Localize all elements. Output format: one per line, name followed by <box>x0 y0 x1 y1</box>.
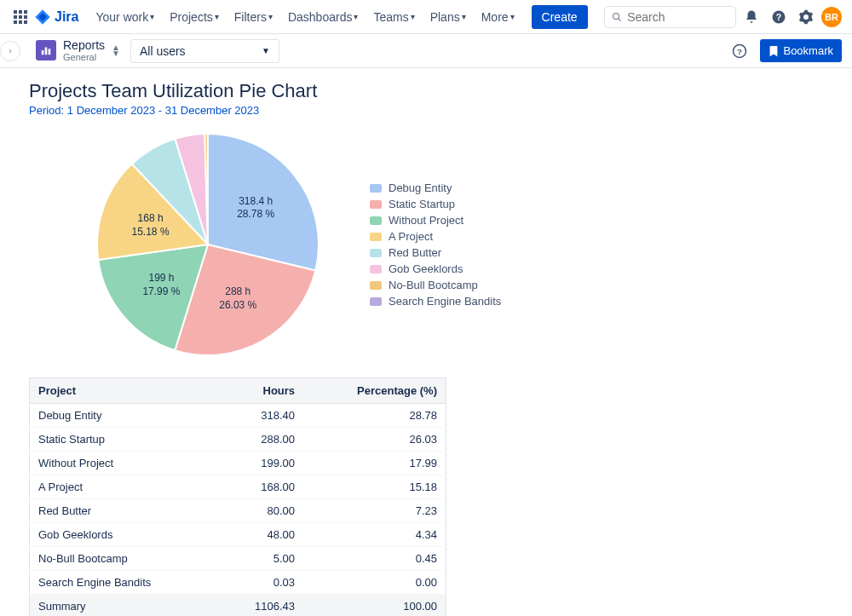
pie-chart: 318.4 h28.78 %288 h26.03 %199 h17.99 %16… <box>89 125 327 364</box>
svg-rect-6 <box>14 20 17 24</box>
app-switcher-icon[interactable] <box>10 7 31 27</box>
reports-icon <box>36 40 56 60</box>
cell-value: 4.34 <box>303 523 446 547</box>
legend-label: Red Butter <box>389 246 441 259</box>
svg-rect-8 <box>24 20 27 24</box>
nav-item-filters[interactable]: Filters ▾ <box>227 7 279 27</box>
svg-rect-2 <box>24 10 27 14</box>
cell-value: 26.03 <box>303 428 446 452</box>
user-filter-select[interactable]: All users ▼ <box>130 39 279 63</box>
cell-value: 0.45 <box>303 547 446 571</box>
svg-rect-15 <box>49 49 51 55</box>
avatar[interactable]: BR <box>821 7 842 27</box>
cell-project: No-Bull Bootcamp <box>30 547 221 571</box>
svg-text:?: ? <box>776 11 781 21</box>
cell-value: 100.00 <box>303 595 446 617</box>
legend-swatch <box>370 216 382 225</box>
cell-value: 7.23 <box>303 499 446 523</box>
secondary-bar: › Reports General ▲▼ All users ▼ ? Bookm… <box>0 34 852 68</box>
legend-item[interactable]: Without Project <box>370 214 501 227</box>
chart-legend: Debug EntityStatic StartupWithout Projec… <box>370 181 501 308</box>
notifications-icon[interactable] <box>740 5 763 29</box>
nav-item-dashboards[interactable]: Dashboards ▾ <box>281 7 366 27</box>
bookmark-label: Bookmark <box>783 44 833 57</box>
help-icon[interactable]: ? <box>767 5 791 29</box>
cell-value: 15.18 <box>303 475 446 499</box>
cell-project: Debug Entity <box>30 404 221 428</box>
nav-item-plans[interactable]: Plans ▾ <box>423 7 473 27</box>
sidebar-toggle[interactable]: › <box>0 41 20 61</box>
data-table: ProjectHoursPercentage (%) Debug Entity3… <box>29 377 446 616</box>
cell-project: Search Engine Bandits <box>30 571 221 595</box>
search-box[interactable] <box>604 6 736 28</box>
legend-swatch <box>370 265 382 273</box>
jira-logo[interactable]: Jira <box>34 9 78 26</box>
legend-item[interactable]: No-Bull Bootcamp <box>370 279 501 291</box>
legend-label: A Project <box>389 230 433 243</box>
report-subtitle: General <box>63 52 105 62</box>
bookmark-button[interactable]: Bookmark <box>760 39 842 62</box>
cell-project: A Project <box>30 475 221 499</box>
table-row: Red Butter80.007.23 <box>30 499 446 523</box>
bookmark-icon <box>769 45 779 57</box>
cell-value: 0.03 <box>220 571 303 595</box>
table-row: Summary1106.43100.00 <box>30 595 446 617</box>
table-row: A Project168.0015.18 <box>30 475 446 499</box>
cell-value: 288.00 <box>220 428 303 452</box>
table-row: No-Bull Bootcamp5.000.45 <box>30 547 446 571</box>
period-label: Period: 1 December 2023 - 31 December 20… <box>29 104 823 117</box>
report-badge[interactable]: Reports General ▲▼ <box>36 39 120 62</box>
legend-swatch <box>370 297 382 306</box>
panel-help-icon[interactable]: ? <box>728 39 751 63</box>
cell-value: 28.78 <box>303 404 446 428</box>
table-row: Without Project199.0017.99 <box>30 452 446 475</box>
legend-label: Gob Geeklords <box>389 262 463 275</box>
page-title: Projects Team Utilization Pie Chart <box>29 80 823 102</box>
cell-project: Gob Geeklords <box>30 523 221 547</box>
nav-item-teams[interactable]: Teams ▾ <box>366 7 421 27</box>
legend-label: Debug Entity <box>389 181 452 194</box>
svg-rect-5 <box>24 15 27 19</box>
cell-value: 17.99 <box>303 452 446 475</box>
legend-item[interactable]: Gob Geeklords <box>370 262 501 275</box>
cell-value: 48.00 <box>220 523 303 547</box>
settings-icon[interactable] <box>794 5 818 29</box>
svg-line-10 <box>619 18 621 20</box>
legend-swatch <box>370 281 382 290</box>
legend-swatch <box>370 233 382 241</box>
report-title: Reports <box>63 39 105 52</box>
nav-item-more[interactable]: More ▾ <box>475 7 521 27</box>
legend-item[interactable]: Debug Entity <box>370 181 501 194</box>
cell-value: 199.00 <box>220 452 303 475</box>
svg-rect-3 <box>14 15 17 19</box>
top-nav: Jira Your work ▾Projects ▾Filters ▾Dashb… <box>0 0 852 34</box>
search-input[interactable] <box>627 10 728 24</box>
legend-label: Search Engine Bandits <box>389 295 501 308</box>
legend-item[interactable]: A Project <box>370 230 501 243</box>
cell-project: Red Butter <box>30 499 221 523</box>
legend-item[interactable]: Red Butter <box>370 246 501 259</box>
table-row: Debug Entity318.4028.78 <box>30 404 446 428</box>
cell-project: Summary <box>30 595 221 617</box>
legend-label: Static Startup <box>389 198 455 210</box>
cell-value: 318.40 <box>220 404 303 428</box>
legend-swatch <box>370 184 382 193</box>
svg-rect-13 <box>42 50 44 55</box>
table-row: Gob Geeklords48.004.34 <box>30 523 446 547</box>
svg-text:?: ? <box>737 46 742 55</box>
svg-rect-1 <box>19 10 22 14</box>
create-button[interactable]: Create <box>532 5 588 29</box>
report-switcher-icon[interactable]: ▲▼ <box>112 44 120 56</box>
nav-item-projects[interactable]: Projects ▾ <box>163 7 226 27</box>
cell-value: 80.00 <box>220 499 303 523</box>
svg-rect-14 <box>45 48 48 55</box>
legend-item[interactable]: Search Engine Bandits <box>370 295 501 308</box>
legend-label: No-Bull Bootcamp <box>389 279 478 291</box>
legend-label: Without Project <box>389 214 463 227</box>
nav-item-your-work[interactable]: Your work ▾ <box>89 7 161 27</box>
cell-value: 1106.43 <box>220 595 303 617</box>
cell-project: Static Startup <box>30 428 221 452</box>
cell-value: 5.00 <box>220 547 303 571</box>
legend-item[interactable]: Static Startup <box>370 198 501 210</box>
cell-value: 0.00 <box>303 571 446 595</box>
